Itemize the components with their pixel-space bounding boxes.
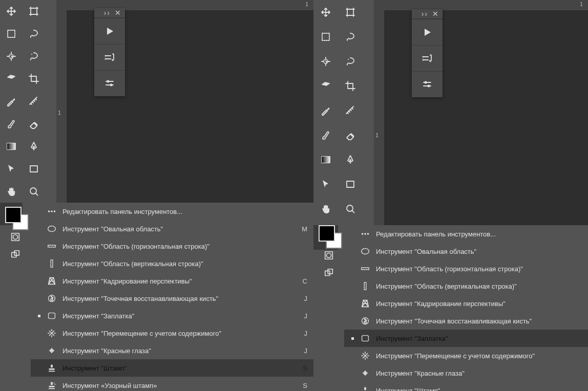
menu-item[interactable]: Инструмент "Красные глаза"J (31, 342, 313, 359)
menu-item[interactable]: Инструмент "Область (вертикальная строка… (344, 277, 588, 295)
tool-rectangle[interactable] (23, 158, 45, 180)
tool-rect-marquee[interactable] (0, 23, 23, 45)
tool-magic-lasso[interactable] (338, 49, 363, 74)
menu-item[interactable]: Инструмент "Штамп" (344, 382, 588, 391)
menu-item[interactable]: Инструмент "Точечная восстанавливающая к… (344, 312, 588, 330)
panel-sliders[interactable] (94, 70, 125, 96)
row-sel-icon (46, 241, 57, 252)
screen-mode-button[interactable] (4, 246, 27, 263)
ellipse-sel-icon (360, 246, 371, 257)
tool-crop[interactable] (23, 68, 45, 90)
tool-quick-select[interactable] (0, 45, 23, 68)
tool-rect-marquee[interactable] (313, 25, 338, 49)
quick-mask-button[interactable] (4, 228, 27, 246)
menu-item[interactable]: Инструмент "Заплатка"J (31, 307, 313, 324)
close-icon[interactable]: ✕ (115, 9, 121, 17)
menu-item-label: Инструмент "Область (горизонтальная стро… (376, 265, 564, 273)
menu-item[interactable]: Редактировать панель инструментов... (344, 225, 588, 243)
menu-item[interactable]: Инструмент "Овальная область" (344, 243, 588, 260)
menu-item-label: Инструмент "Штамп" (62, 364, 290, 372)
menu-item[interactable]: Инструмент «Узорный штамп»S (31, 377, 313, 391)
menu-item[interactable]: Редактировать панель инструментов... (31, 203, 313, 220)
red-eye-icon (360, 367, 371, 379)
close-icon[interactable]: ✕ (432, 10, 438, 18)
patch-icon (46, 310, 57, 321)
panel-play[interactable] (412, 19, 443, 45)
tool-move[interactable] (0, 0, 23, 23)
tool-eraser[interactable] (23, 113, 45, 135)
tool-lasso[interactable] (338, 25, 363, 49)
panel-grip[interactable]: ›› ✕ (94, 8, 125, 18)
actions-panel[interactable]: ›› ✕ (94, 8, 125, 96)
tool-ruler-tool[interactable] (338, 98, 363, 123)
tool-eraser[interactable] (338, 123, 363, 147)
active-marker (37, 315, 41, 317)
tool-cursor[interactable] (0, 158, 23, 180)
menu-item[interactable]: Инструмент "Область (горизонтальная стро… (31, 237, 313, 255)
tool-ruler-tool[interactable] (23, 90, 45, 113)
dots-icon (46, 206, 57, 217)
tool-quick-select[interactable] (313, 49, 338, 74)
tool-eraser-strip[interactable] (0, 68, 23, 90)
collapse-icon[interactable]: ›› (422, 10, 428, 18)
menu-item[interactable]: Инструмент "Заплатка" (344, 330, 588, 347)
dots-icon (360, 228, 371, 240)
panel-play[interactable] (94, 18, 125, 44)
tool-hand[interactable] (313, 197, 338, 221)
panel-sliders[interactable] (412, 71, 443, 97)
ruler-tick: 1 (580, 1, 583, 7)
active-marker (350, 337, 354, 340)
menu-item[interactable]: Инструмент "Штамп"S (31, 359, 313, 377)
tool-pen[interactable] (338, 147, 363, 172)
tool-move[interactable] (313, 0, 338, 25)
panel-brush[interactable] (412, 45, 443, 71)
menu-item[interactable]: Инструмент "Область (горизонтальная стро… (344, 260, 588, 277)
actions-panel[interactable]: ›› ✕ (412, 9, 443, 97)
tool-artboard[interactable] (23, 0, 45, 23)
menu-item[interactable]: Инструмент "Овальная область"M (31, 220, 313, 237)
panel-brush[interactable] (94, 44, 125, 70)
stamp-icon (360, 385, 371, 391)
menu-item[interactable]: Инструмент "Кадрирование перспективы"C (31, 272, 313, 290)
tool-gradient[interactable] (313, 147, 338, 172)
col-sel-icon (360, 280, 371, 292)
menu-item-label: Инструмент "Область (вертикальная строка… (62, 260, 290, 268)
tool-pen[interactable] (23, 135, 45, 158)
menu-item[interactable]: Инструмент "Область (вертикальная строка… (31, 255, 313, 272)
tool-eyedropper[interactable] (0, 90, 23, 113)
tool-eraser-strip[interactable] (313, 74, 338, 98)
menu-item[interactable]: Инструмент "Перемещение с учетом содержи… (344, 347, 588, 364)
ruler-top: 1 (374, 0, 588, 11)
menu-item-shortcut: J (295, 295, 307, 302)
tool-brush[interactable] (313, 123, 338, 147)
menu-item-label: Инструмент "Заплатка" (376, 335, 564, 342)
tool-lasso[interactable] (23, 23, 45, 45)
tool-rectangle[interactable] (338, 172, 363, 197)
tool-artboard[interactable] (338, 0, 363, 25)
tool-magic-lasso[interactable] (23, 45, 45, 68)
menu-item-label: Инструмент "Овальная область" (376, 248, 564, 255)
ellipse-sel-icon (46, 223, 57, 234)
menu-item-shortcut: J (295, 312, 307, 320)
tool-cursor[interactable] (313, 172, 338, 197)
tool-hand[interactable] (0, 180, 23, 203)
menu-item-label: Инструмент «Узорный штамп» (62, 382, 290, 389)
tool-crop[interactable] (338, 74, 363, 98)
menu-item-label: Инструмент "Точечная восстанавливающая к… (62, 295, 290, 302)
tool-gradient[interactable] (0, 135, 23, 158)
content-move-icon (360, 350, 371, 361)
panel-grip[interactable]: ›› ✕ (412, 9, 443, 19)
menu-item[interactable]: Инструмент "Красные глаза" (344, 364, 588, 382)
menu-item[interactable]: Инструмент "Точечная восстанавливающая к… (31, 290, 313, 307)
menu-item[interactable]: Инструмент "Перемещение с учетом содержи… (31, 324, 313, 342)
tool-brush[interactable] (0, 113, 23, 135)
tool-zoom[interactable] (23, 180, 45, 203)
menu-item-label: Инструмент "Красные глаза" (376, 370, 564, 377)
menu-item[interactable]: Инструмент "Кадрирование перспективы" (344, 295, 588, 312)
tool-eyedropper[interactable] (313, 98, 338, 123)
screen-mode-button[interactable] (318, 264, 340, 281)
stamp-icon (46, 362, 57, 374)
menu-item-label: Инструмент "Красные глаза" (62, 347, 290, 355)
collapse-icon[interactable]: ›› (104, 9, 111, 17)
tool-zoom[interactable] (338, 197, 363, 221)
